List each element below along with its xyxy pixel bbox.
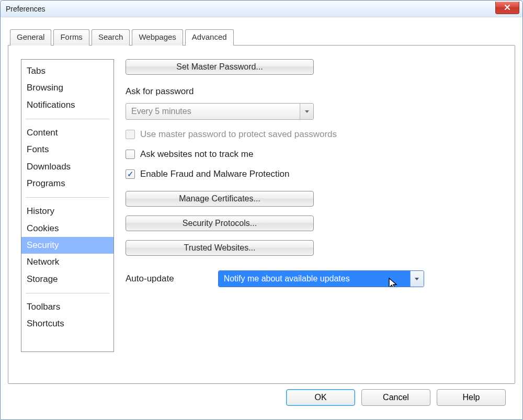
- tab-general[interactable]: General: [10, 29, 51, 46]
- sidebar-item-cookies[interactable]: Cookies: [21, 220, 113, 237]
- dialog-buttons: OK Cancel Help: [8, 384, 515, 413]
- close-button[interactable]: [495, 2, 519, 14]
- tab-advanced[interactable]: Advanced: [185, 29, 234, 46]
- sidebar-item-content[interactable]: Content: [21, 124, 113, 141]
- sidebar-item-security[interactable]: Security: [21, 237, 113, 254]
- sidebar-item-browsing[interactable]: Browsing: [21, 80, 113, 96]
- fraud-protection-checkbox[interactable]: ✓ Enable Fraud and Malware Protection: [126, 169, 502, 179]
- tab-forms[interactable]: Forms: [53, 29, 89, 46]
- preferences-window: Preferences General Forms Search Webpage…: [0, 0, 523, 420]
- auto-update-label: Auto-update: [126, 274, 174, 284]
- client-area: General Forms Search Webpages Advanced T…: [1, 17, 522, 419]
- auto-update-row: Auto-update Notify me about available up…: [126, 270, 502, 287]
- use-master-password-label: Use master password to protect saved pas…: [140, 129, 337, 140]
- sidebar-item-storage[interactable]: Storage: [21, 271, 113, 288]
- auto-update-combobox[interactable]: Notify me about available updates: [218, 270, 424, 287]
- manage-certificates-button[interactable]: Manage Certificates...: [126, 191, 314, 207]
- titlebar: Preferences: [1, 1, 522, 17]
- chevron-down-icon: [410, 271, 424, 287]
- security-pane: Set Master Password... Ask for password …: [126, 59, 502, 371]
- security-protocols-button[interactable]: Security Protocols...: [126, 215, 314, 231]
- sidebar-separator: [26, 119, 109, 119]
- fraud-protection-label: Enable Fraud and Malware Protection: [140, 169, 289, 179]
- sidebar-item-history[interactable]: History: [21, 203, 113, 220]
- sidebar-item-notifications[interactable]: Notifications: [21, 97, 113, 113]
- sidebar-item-toolbars[interactable]: Toolbars: [21, 299, 113, 315]
- do-not-track-checkbox[interactable]: Ask websites not to track me: [126, 149, 502, 160]
- cancel-button[interactable]: Cancel: [361, 389, 430, 406]
- advanced-sidebar: Tabs Browsing Notifications Content Font…: [21, 59, 114, 352]
- ok-button[interactable]: OK: [286, 389, 355, 406]
- checkbox-checked-icon: ✓: [126, 169, 135, 179]
- help-button[interactable]: Help: [437, 389, 506, 406]
- tab-search[interactable]: Search: [92, 29, 130, 46]
- sidebar-item-fonts[interactable]: Fonts: [21, 141, 113, 158]
- chevron-down-icon: [300, 104, 313, 119]
- ask-password-combobox[interactable]: Every 5 minutes: [126, 103, 314, 120]
- sidebar-item-tabs[interactable]: Tabs: [21, 63, 113, 80]
- tab-webpages[interactable]: Webpages: [132, 29, 183, 46]
- sidebar-separator: [26, 293, 109, 293]
- do-not-track-label: Ask websites not to track me: [140, 149, 253, 160]
- auto-update-value: Notify me about available updates: [219, 271, 410, 287]
- advanced-panel: Tabs Browsing Notifications Content Font…: [8, 45, 515, 384]
- ask-password-value: Every 5 minutes: [126, 104, 300, 119]
- sidebar-separator: [26, 197, 109, 198]
- sidebar-item-network[interactable]: Network: [21, 254, 113, 270]
- trusted-websites-button[interactable]: Trusted Websites...: [126, 240, 314, 256]
- checkbox-icon: [126, 150, 135, 159]
- sidebar-item-shortcuts[interactable]: Shortcuts: [21, 315, 113, 332]
- sidebar-item-downloads[interactable]: Downloads: [21, 158, 113, 175]
- window-title: Preferences: [6, 5, 45, 13]
- ask-password-label: Ask for password: [126, 86, 502, 97]
- close-icon: [504, 3, 511, 13]
- sidebar-item-programs[interactable]: Programs: [21, 175, 113, 192]
- checkbox-icon: [126, 130, 135, 139]
- use-master-password-checkbox[interactable]: Use master password to protect saved pas…: [126, 129, 502, 140]
- set-master-password-button[interactable]: Set Master Password...: [126, 59, 314, 75]
- tabstrip: General Forms Search Webpages Advanced: [8, 29, 515, 45]
